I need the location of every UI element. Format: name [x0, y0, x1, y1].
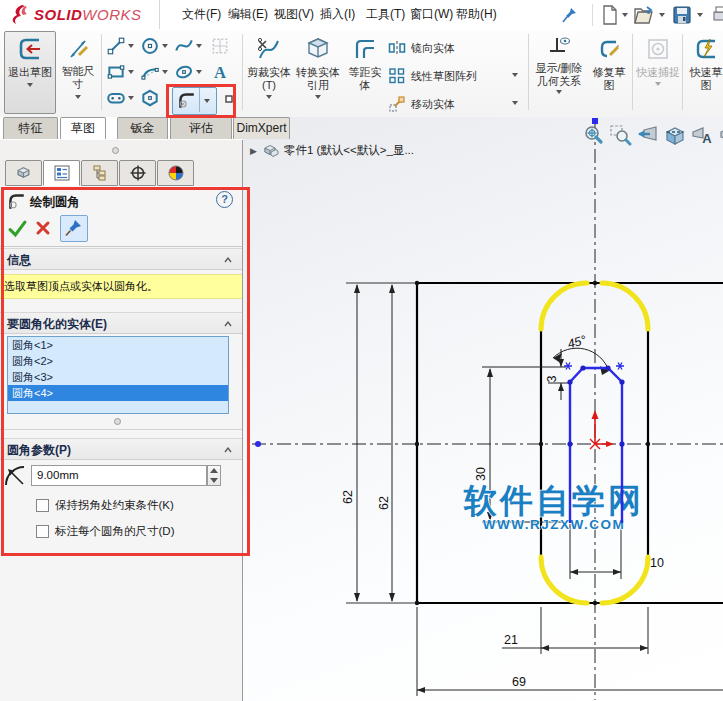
section-view-icon[interactable]	[663, 124, 686, 147]
fillet-preview-bottom-left[interactable]	[541, 557, 587, 603]
fillet-radius-input[interactable]: 9.00mm	[31, 465, 207, 486]
ellipse-tool-icon[interactable]	[174, 62, 194, 82]
smart-dimension-button[interactable]: 智能尺寸	[58, 31, 98, 114]
spline-tool-dropdown[interactable]	[196, 44, 202, 48]
dimension-each-checkbox[interactable]	[36, 525, 49, 538]
list-resize-handle[interactable]	[114, 418, 121, 425]
ok-check-icon[interactable]	[8, 219, 27, 238]
line-tool-dropdown[interactable]	[128, 44, 134, 48]
zoom-to-fit-icon[interactable]	[582, 124, 605, 147]
arc-tool-dropdown[interactable]	[162, 70, 168, 74]
convert-entities-button[interactable]: 转换实体引用	[294, 31, 342, 114]
move-entities-button[interactable]: 移动实体	[388, 95, 455, 113]
menu-item-window[interactable]: 窗口(W)	[410, 6, 453, 23]
keep-visible-pin-button[interactable]	[60, 215, 88, 242]
zoom-to-area-icon[interactable]	[609, 124, 632, 147]
display-delete-relations-button[interactable]: 显示/删除几何关系	[534, 31, 584, 114]
collapse-chevron-icon[interactable]	[224, 320, 232, 328]
exit-sketch-dropdown[interactable]	[27, 83, 33, 87]
tab-display-manager[interactable]	[157, 160, 194, 186]
tab-property-manager[interactable]	[43, 160, 80, 186]
ellipse-tool-dropdown[interactable]	[196, 70, 202, 74]
tab-featuremanager-tree[interactable]	[5, 160, 42, 186]
tab-dimxpert[interactable]: DimXpert	[233, 117, 290, 139]
slot-tool-icon[interactable]	[106, 88, 126, 108]
keep-corners-checkbox[interactable]	[36, 499, 49, 512]
splitter-handle[interactable]	[112, 147, 119, 154]
list-item-selected[interactable]: 圆角<4>	[8, 385, 228, 401]
menu-item-file[interactable]: 文件(F)	[182, 6, 221, 23]
sketch-fillet-dropdown[interactable]	[204, 99, 210, 103]
smart-dimension-dropdown[interactable]	[75, 95, 81, 99]
tab-features[interactable]: 特征	[3, 117, 58, 139]
offset-entities-button[interactable]: 等距实体	[344, 31, 386, 114]
spline-tool-icon[interactable]	[174, 36, 194, 56]
graphics-area[interactable]: 62 62 30 3 45° 10 21 69 软件自学网 WWW.RJZXW.…	[243, 117, 723, 701]
open-dropdown[interactable]	[659, 13, 665, 17]
entities-listbox[interactable]: 圆角<1> 圆角<2> 圆角<3> 圆角<4>	[7, 336, 229, 414]
tab-configuration-manager[interactable]	[81, 160, 118, 186]
point-tool-icon[interactable]	[222, 92, 236, 106]
spinner-down-icon[interactable]	[210, 478, 218, 483]
linear-pattern-button[interactable]: 线性草图阵列	[388, 67, 477, 85]
move-entities-dropdown[interactable]	[512, 101, 518, 105]
sketch-fillet-button[interactable]	[172, 87, 217, 115]
parameters-section-header[interactable]: 圆角参数(P)	[0, 438, 242, 460]
rapid-sketch-button[interactable]: 快速草图	[686, 31, 723, 114]
convert-dropdown[interactable]	[315, 95, 321, 99]
new-document-button[interactable]	[598, 3, 622, 27]
list-item[interactable]: 圆角<2>	[8, 353, 228, 369]
tab-sheet-metal[interactable]: 钣金	[117, 117, 168, 139]
linear-pattern-dropdown[interactable]	[512, 73, 518, 77]
flyout-feature-tree[interactable]: ▶ 零件1 (默认<<默认>_显...	[250, 143, 414, 158]
mirror-entities-button[interactable]: 镜向实体	[388, 39, 455, 57]
entities-section-header[interactable]: 要圆角化的实体(E)	[0, 312, 242, 334]
menu-item-edit[interactable]: 编辑(E)	[228, 6, 268, 23]
menu-item-tools[interactable]: 工具(T)	[366, 6, 405, 23]
pin-menu-icon[interactable]	[562, 6, 578, 24]
tree-expand-arrow[interactable]: ▶	[250, 146, 257, 156]
print-button-clipped[interactable]	[708, 3, 723, 27]
radius-spinner[interactable]	[207, 465, 221, 486]
fillet-preview-top-right[interactable]	[602, 283, 648, 329]
repair-sketch-button[interactable]: 修复草图	[588, 31, 630, 114]
display-delete-dropdown[interactable]	[556, 90, 562, 94]
exit-sketch-button[interactable]: 退出草图	[4, 31, 56, 114]
view-settings-icon[interactable]	[717, 124, 723, 147]
dimension-each-checkbox-row[interactable]: 标注每个圆角的尺寸(D)	[36, 524, 174, 539]
line-tool-icon[interactable]	[106, 36, 126, 56]
trim-dropdown[interactable]	[266, 95, 272, 99]
save-dropdown[interactable]	[697, 13, 703, 17]
menu-item-view[interactable]: 视图(V)	[274, 6, 314, 23]
rectangle-tool-icon[interactable]	[106, 62, 126, 82]
open-document-button[interactable]	[632, 3, 656, 27]
new-dropdown[interactable]	[622, 13, 628, 17]
cancel-x-icon[interactable]	[35, 220, 51, 236]
panel-splitter[interactable]	[0, 140, 242, 160]
polygon-tool-icon[interactable]	[140, 88, 160, 108]
info-section-header[interactable]: 信息	[0, 248, 242, 270]
centerline-endpoint[interactable]	[255, 441, 261, 447]
view-annotations-icon[interactable]: A	[690, 124, 713, 147]
keep-corners-checkbox-row[interactable]: 保持拐角处约束条件(K)	[36, 498, 174, 513]
list-item[interactable]: 圆角<3>	[8, 369, 228, 385]
tab-dimxpert-manager[interactable]	[119, 160, 156, 186]
list-item[interactable]: 圆角<1>	[8, 337, 228, 353]
help-icon[interactable]: ?	[216, 191, 233, 208]
circle-tool-icon[interactable]	[140, 36, 160, 56]
menu-item-help[interactable]: 帮助(H)	[456, 6, 497, 23]
sketch-picture-icon[interactable]	[210, 36, 230, 56]
feature-tree-root-label[interactable]: 零件1 (默认<<默认>_显...	[284, 143, 414, 158]
circle-tool-dropdown[interactable]	[162, 44, 168, 48]
fillet-preview-bottom-right[interactable]	[602, 557, 648, 603]
trim-entities-button[interactable]: 剪裁实体(T)	[246, 31, 292, 114]
tab-evaluate[interactable]: 评估	[170, 117, 232, 139]
collapse-chevron-icon[interactable]	[224, 446, 232, 454]
slot-tool-dropdown[interactable]	[128, 96, 134, 100]
tab-sketch[interactable]: 草图	[60, 117, 106, 139]
text-tool-icon[interactable]: A	[210, 62, 230, 82]
arc-tool-icon[interactable]	[140, 62, 160, 82]
collapse-chevron-icon[interactable]	[224, 256, 232, 264]
menu-item-insert[interactable]: 插入(I)	[320, 6, 355, 23]
rectangle-tool-dropdown[interactable]	[128, 70, 134, 74]
